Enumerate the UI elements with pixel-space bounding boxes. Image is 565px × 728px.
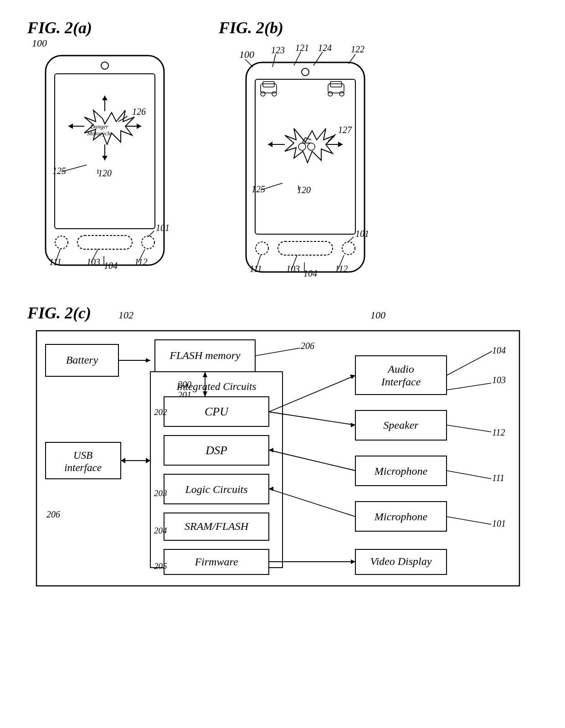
svg-text:112: 112 — [134, 257, 148, 267]
svg-rect-46 — [278, 241, 333, 255]
svg-line-145 — [447, 351, 492, 375]
svg-line-24 — [148, 231, 154, 237]
svg-marker-134 — [121, 458, 125, 463]
svg-marker-133 — [146, 458, 150, 463]
fig-2b-label: FIG. 2(b) — [219, 18, 283, 37]
svg-text:Microphone: Microphone — [374, 465, 428, 477]
svg-line-146 — [447, 383, 491, 390]
svg-text:CPU: CPU — [205, 405, 229, 418]
svg-text:Integrated Circuits: Integrated Circuits — [176, 381, 257, 392]
svg-text:120: 120 — [297, 185, 311, 195]
svg-marker-8 — [68, 123, 73, 129]
svg-text:126: 126 — [132, 107, 146, 117]
svg-marker-14 — [102, 156, 108, 160]
svg-text:Battery: Battery — [66, 354, 98, 366]
svg-point-5 — [142, 236, 154, 249]
svg-text:112: 112 — [492, 427, 505, 437]
svg-text:127: 127 — [338, 125, 352, 135]
svg-point-48 — [342, 242, 355, 255]
svg-marker-12 — [102, 96, 108, 100]
svg-line-135 — [269, 375, 355, 412]
svg-text:121: 121 — [295, 43, 309, 53]
svg-point-51 — [261, 92, 265, 96]
svg-marker-59 — [268, 142, 272, 147]
svg-text:Audio: Audio — [387, 363, 414, 375]
block-diagram-svg: Battery FLASH memory 206 104 200 201 Int… — [27, 326, 529, 590]
svg-text:104: 104 — [104, 261, 118, 271]
phone-svg-a: Danger Motocycle 126 125 120 101 111 — [27, 42, 182, 279]
svg-marker-131 — [203, 391, 207, 397]
svg-rect-43 — [246, 62, 365, 272]
svg-line-39 — [294, 52, 301, 66]
svg-line-74 — [348, 237, 354, 242]
page: FIG. 2(a) 100 — [0, 0, 565, 728]
svg-text:DSP: DSP — [205, 444, 227, 457]
svg-line-139 — [269, 450, 355, 471]
svg-point-2 — [101, 62, 108, 69]
ref-100-a: 100 — [32, 37, 47, 49]
svg-rect-54 — [330, 82, 342, 87]
top-figures-row: FIG. 2(a) 100 — [27, 18, 538, 285]
svg-text:interface: interface — [64, 462, 102, 473]
svg-point-63 — [308, 143, 315, 150]
svg-line-38 — [272, 54, 276, 67]
svg-text:100: 100 — [239, 49, 254, 60]
ref-100-c: 100 — [370, 309, 385, 321]
svg-line-148 — [447, 471, 491, 479]
svg-marker-10 — [137, 123, 141, 129]
svg-marker-144 — [351, 559, 355, 564]
svg-text:204: 204 — [154, 526, 167, 535]
svg-marker-140 — [269, 448, 273, 452]
svg-text:203: 203 — [154, 488, 167, 498]
svg-marker-130 — [203, 372, 207, 377]
svg-text:SRAM/FLASH: SRAM/FLASH — [185, 520, 249, 532]
svg-text:101: 101 — [492, 518, 506, 528]
svg-marker-61 — [338, 142, 343, 147]
svg-point-55 — [328, 92, 333, 96]
phone-svg-b: 100 123 121 124 122 — [219, 42, 415, 283]
svg-line-137 — [269, 412, 355, 425]
svg-text:104: 104 — [303, 268, 317, 278]
svg-line-149 — [447, 517, 491, 524]
svg-text:Firmware: Firmware — [194, 556, 238, 568]
svg-point-52 — [272, 92, 277, 96]
svg-text:Microphone: Microphone — [374, 511, 428, 523]
svg-text:205: 205 — [154, 561, 167, 571]
svg-text:112: 112 — [335, 264, 348, 274]
svg-text:122: 122 — [351, 44, 365, 54]
ref-102: 102 — [118, 309, 134, 321]
svg-text:101: 101 — [156, 223, 170, 233]
svg-text:Video Display: Video Display — [370, 555, 432, 567]
svg-text:120: 120 — [98, 168, 112, 178]
svg-text:101: 101 — [355, 229, 369, 239]
svg-line-150 — [255, 348, 300, 356]
svg-marker-136 — [350, 374, 355, 379]
svg-text:206: 206 — [46, 509, 60, 519]
svg-marker-128 — [146, 358, 150, 363]
svg-point-45 — [302, 68, 309, 76]
svg-point-4 — [55, 236, 68, 249]
svg-text:FLASH memory: FLASH memory — [169, 349, 241, 361]
fig-2a-phone: 100 — [27, 42, 182, 281]
svg-text:111: 111 — [250, 264, 262, 274]
svg-text:USB: USB — [73, 450, 92, 461]
svg-text:206: 206 — [301, 341, 314, 351]
svg-text:104: 104 — [492, 345, 506, 355]
fig-2b-section: FIG. 2(b) 100 123 121 124 122 — [219, 18, 415, 285]
svg-rect-50 — [263, 82, 274, 87]
svg-rect-112 — [355, 356, 447, 395]
fig-2c-label: FIG. 2(c) — [27, 303, 91, 323]
fig-2c-section: FIG. 2(c) 102 100 Battery FLASH memory 2… — [27, 303, 538, 592]
svg-line-147 — [447, 425, 491, 432]
svg-text:124: 124 — [318, 43, 332, 53]
svg-marker-138 — [351, 423, 355, 427]
svg-point-56 — [339, 92, 344, 96]
svg-point-47 — [256, 242, 268, 255]
svg-text:123: 123 — [271, 45, 285, 55]
svg-line-141 — [269, 489, 355, 517]
svg-text:111: 111 — [492, 473, 504, 483]
svg-text:Logic Circuits: Logic Circuits — [185, 483, 247, 495]
fig-2b-phone: 100 123 121 124 122 — [219, 42, 415, 285]
svg-point-62 — [298, 143, 306, 150]
svg-text:Interface: Interface — [381, 376, 421, 388]
